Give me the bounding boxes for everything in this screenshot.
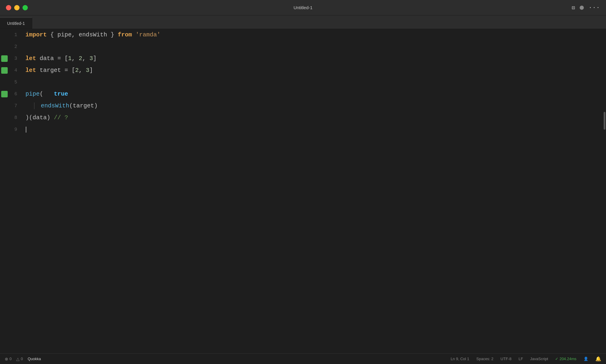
- code-line-6: pipe ( true: [21, 88, 602, 100]
- code-line-7: │ endsWith ( target ): [21, 100, 602, 112]
- encoding[interactable]: UTF-8: [501, 357, 512, 361]
- status-bar-right: Ln 9, Col 1 Spaces: 2 UTF-8 LF JavaScrip…: [451, 356, 601, 362]
- breakpoint-line-4: [1, 67, 8, 74]
- scrollbar-thumb[interactable]: [604, 112, 605, 130]
- code-line-5: [21, 76, 602, 88]
- error-count: ⊗ 0: [5, 357, 12, 361]
- keyword-true: true: [54, 88, 68, 100]
- more-actions-icon[interactable]: ···: [589, 4, 600, 11]
- code-line-3: let data = [ 1 , 2 , 3 ]: [21, 53, 602, 65]
- gutter-line-4: 4: [0, 65, 21, 76]
- line-number-gutter: 1 2 3 4 5 6 7 8: [0, 29, 21, 353]
- window-controls: [6, 5, 28, 10]
- gutter-line-7: 7: [0, 100, 21, 112]
- code-content[interactable]: import { pipe , endsWith } from 'ramda' …: [21, 29, 602, 353]
- tab-untitled-1[interactable]: Untitled-1: [0, 17, 32, 29]
- editor-area[interactable]: 1 2 3 4 5 6 7 8: [0, 29, 606, 353]
- line-ending[interactable]: LF: [518, 357, 523, 361]
- warning-number: 0: [21, 357, 23, 361]
- close-button[interactable]: [6, 5, 11, 10]
- tab-label: Untitled-1: [7, 21, 25, 26]
- tab-bar: Untitled-1: [0, 15, 606, 29]
- indentation[interactable]: Spaces: 2: [476, 357, 494, 361]
- warning-count: △ 0: [16, 357, 23, 361]
- warning-icon: △: [16, 357, 20, 361]
- breakpoint-line-3: [1, 55, 8, 62]
- scrollbar-track[interactable]: [602, 29, 606, 353]
- language-mode[interactable]: JavaScript: [530, 357, 548, 361]
- split-editor-icon[interactable]: ⊡: [572, 4, 575, 11]
- fn-endsWith: endsWith: [41, 100, 69, 112]
- gutter-line-3: 3: [0, 53, 21, 65]
- comment-question: // ?: [54, 112, 68, 124]
- gutter-line-8: 8: [0, 112, 21, 124]
- string-ramda: 'ramda': [136, 29, 160, 41]
- pipe-continuation: │: [25, 100, 40, 112]
- bell-icon[interactable]: 🔔: [595, 356, 601, 362]
- keyword-let-1: let: [25, 53, 36, 65]
- gutter-line-5: 5: [0, 76, 21, 88]
- fn-pipe: pipe: [25, 88, 40, 100]
- code-line-9: [21, 124, 602, 136]
- titlebar: Untitled-1 ⊡ ···: [0, 0, 606, 15]
- keyword-let-2: let: [25, 65, 36, 76]
- gutter-line-1: 1: [0, 29, 21, 41]
- gutter-line-6: 6: [0, 88, 21, 100]
- gutter-line-9: 9: [0, 124, 21, 136]
- keyword-from: from: [118, 29, 132, 41]
- titlebar-actions: ⊡ ···: [572, 4, 600, 11]
- keyword-import: import: [25, 29, 47, 41]
- quokka-timing: ✓ 204.24ms: [555, 357, 576, 361]
- window-title: Untitled-1: [294, 5, 312, 10]
- text-cursor: [26, 127, 26, 133]
- status-bar: ⊗ 0 △ 0 Quokka Ln 9, Col 1 Spaces: 2 UTF…: [0, 353, 606, 364]
- status-dot-icon: [580, 6, 584, 10]
- person-icon: 👤: [584, 357, 588, 361]
- cursor-position[interactable]: Ln 9, Col 1: [451, 357, 469, 361]
- maximize-button[interactable]: [22, 5, 28, 10]
- code-line-2: [21, 41, 602, 53]
- code-line-8: )( data ) // ?: [21, 112, 602, 124]
- error-number: 0: [9, 357, 12, 361]
- code-line-1: import { pipe , endsWith } from 'ramda': [21, 29, 602, 41]
- error-icon: ⊗: [5, 357, 8, 361]
- breakpoint-line-6: [1, 91, 8, 97]
- code-line-4: let target = [ 2 , 3 ]: [21, 65, 602, 76]
- minimize-button[interactable]: [14, 5, 20, 10]
- gutter-line-2: 2: [0, 41, 21, 53]
- status-bar-left: ⊗ 0 △ 0 Quokka: [5, 357, 41, 361]
- quokka-label: Quokka: [28, 357, 41, 361]
